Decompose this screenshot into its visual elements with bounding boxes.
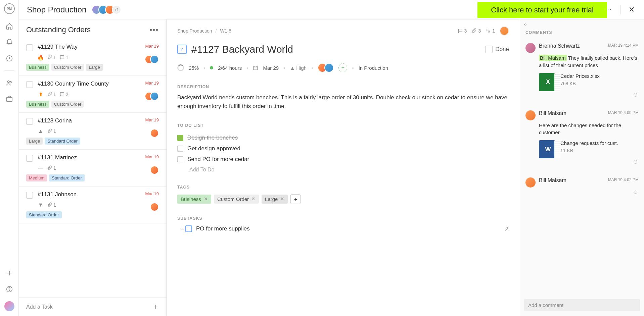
card-title[interactable]: #1131 Martinez [38,154,145,161]
file-name[interactable]: Cedar Prices.xlsx [560,73,600,79]
task-card[interactable]: #1130 Country Time County Mar 19 ⬆ 1 2 B… [19,76,166,113]
collapse-comments-icon[interactable]: ›› [520,19,644,29]
assignee-avatar[interactable] [324,63,334,72]
card-avatars[interactable] [153,129,159,138]
card-title[interactable]: #1130 Country Time County [38,81,145,87]
add-todo-input[interactable]: Add To Do [189,167,509,173]
subtasks-count[interactable]: 1 [486,28,495,34]
comments-list[interactable]: Brenna Schwartz MAR 19 4:14 PM Bill Mals… [520,39,644,296]
card-tag[interactable]: Large [26,138,43,145]
card-checkbox[interactable] [26,81,33,88]
breadcrumb[interactable]: Shop Production / W1-6 [177,28,231,34]
more-menu-icon[interactable]: ⋮ [605,7,612,13]
card-assignee-avatar[interactable] [150,129,159,138]
close-icon[interactable]: ✕ [629,5,635,14]
home-icon[interactable] [5,22,13,30]
comment-avatar[interactable] [525,43,536,53]
task-title[interactable]: #1127 Backyard World [191,44,480,55]
card-list[interactable]: #1129 The Way Mar 19 🔥 1 1 BusinessCusto… [19,39,166,297]
tag-remove-icon[interactable]: ✕ [204,196,208,202]
card-checkbox[interactable] [26,155,33,162]
task-card[interactable]: #1131 Johnson Mar 19 ▼ 1 Standard Order [19,187,166,223]
attachments-count[interactable]: 3 [471,28,481,34]
portfolio-icon[interactable] [5,95,13,103]
card-tag[interactable]: Standard Order [45,138,80,145]
add-tag-button[interactable]: + [290,194,301,204]
react-icon[interactable]: ☺ [525,189,639,196]
card-assignee-avatar[interactable] [150,92,159,101]
subtask-row[interactable]: PO for more supplies ↗ [177,225,509,232]
task-owner-avatar[interactable] [500,26,509,36]
card-comment-count[interactable]: 2 [59,92,68,97]
due-date[interactable]: Mar 29 [263,65,279,71]
mention-chip[interactable]: Bill Malsam [539,55,567,61]
column-more-icon[interactable]: ••• [150,26,159,34]
card-assignee-avatar[interactable] [150,166,159,174]
card-title[interactable]: #1131 Johnson [38,191,145,198]
file-name[interactable]: Change requests for cust. [560,140,618,146]
tag-chip[interactable]: Business✕ [177,195,211,204]
card-tag[interactable]: Business [26,64,49,71]
card-comment-count[interactable]: 1 [59,55,68,60]
member-avatar-more[interactable]: +1 [112,5,121,14]
assignee-avatars[interactable] [318,63,334,72]
add-comment-input[interactable]: Add a comment [524,299,640,311]
task-card[interactable]: #1129 The Way Mar 19 🔥 1 1 BusinessCusto… [19,39,166,76]
react-icon[interactable]: ☺ [525,158,639,165]
todo-item[interactable]: Send PO for more cedar [177,154,509,165]
card-title[interactable]: #1129 The Way [38,44,145,50]
description-text[interactable]: Backyard World needs custom benches. Thi… [177,93,509,111]
card-avatars[interactable] [153,203,159,211]
comment-author[interactable]: Brenna Schwartz [539,43,580,49]
progress-icon[interactable] [177,64,184,71]
tag-remove-icon[interactable]: ✕ [251,196,256,202]
card-attachment-count[interactable]: 1 [47,165,56,171]
comment-attachment[interactable]: X Cedar Prices.xlsx 768 KB [539,73,639,91]
done-toggle[interactable]: Done [485,46,509,53]
user-avatar[interactable] [4,301,14,311]
trial-banner[interactable]: Click here to start your free trial [477,2,607,18]
card-checkbox[interactable] [26,118,33,125]
card-avatars[interactable] [153,166,159,174]
react-icon[interactable]: ☺ [525,91,639,98]
member-avatars[interactable]: +1 [92,5,121,14]
card-checkbox[interactable] [26,192,33,199]
tag-chip[interactable]: Custom Order✕ [214,195,259,204]
todo-checkbox[interactable] [177,135,183,141]
subtask-title[interactable]: PO for more supplies [196,225,250,232]
comments-count[interactable]: 3 [458,28,467,34]
notifications-icon[interactable] [5,38,13,46]
status-label[interactable]: In Production [359,65,388,71]
add-icon[interactable] [5,269,13,277]
card-checkbox[interactable] [26,44,33,51]
comment-author[interactable]: Bill Malsam [539,110,566,116]
card-avatars[interactable] [148,55,159,64]
todo-checkbox[interactable] [177,156,183,162]
card-tag[interactable]: Standard Order [26,211,62,218]
card-assignee-avatar[interactable] [150,55,159,64]
help-icon[interactable] [5,285,13,293]
card-title[interactable]: #1128 Corina [38,117,145,124]
card-tag[interactable]: Custom Order [51,64,84,71]
hours-label[interactable]: 2/64 hours [218,65,242,71]
comment-attachment[interactable]: W Change requests for cust. 11 KB [539,140,639,158]
progress-percent[interactable]: 25% [189,65,199,71]
task-card[interactable]: #1131 Martinez Mar 19 ― 1 MediumStandard… [19,150,166,187]
tag-chip[interactable]: Large✕ [262,195,288,204]
comment-avatar[interactable] [525,177,536,188]
card-attachment-count[interactable]: 1 [47,128,56,134]
todo-item[interactable]: Get design approved [177,143,509,154]
done-checkbox[interactable] [485,46,493,53]
card-tag[interactable]: Medium [26,174,47,181]
card-assignee-avatar[interactable] [150,203,159,211]
card-tag[interactable]: Standard Order [49,174,85,181]
recent-icon[interactable] [5,54,13,62]
card-avatars[interactable] [148,92,159,101]
card-attachment-count[interactable]: 1 [47,202,56,208]
crumb-task-id[interactable]: W1-6 [220,28,231,34]
todo-checkbox[interactable] [177,146,183,152]
todo-item[interactable]: Design the benches [177,133,509,143]
priority-label[interactable]: ▲ High [290,65,307,71]
card-tag[interactable]: Large [86,64,102,71]
task-card[interactable]: #1128 Corina Mar 19 ▲ 1 LargeStandard Or… [19,113,166,150]
